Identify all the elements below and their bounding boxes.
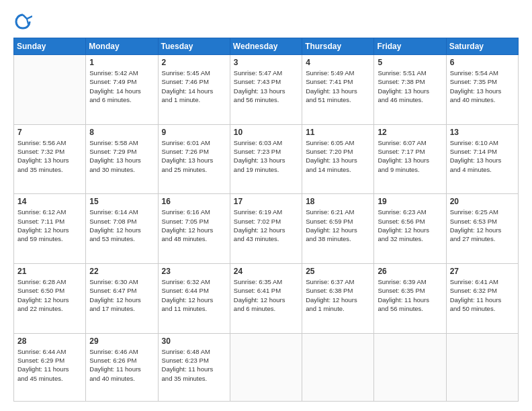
calendar-cell: 16Sunrise: 6:16 AM Sunset: 7:05 PM Dayli… xyxy=(158,194,230,264)
calendar-cell: 20Sunrise: 6:25 AM Sunset: 6:53 PM Dayli… xyxy=(446,194,518,264)
day-info: Sunrise: 6:48 AM Sunset: 6:23 PM Dayligh… xyxy=(162,347,226,383)
calendar-cell: 1Sunrise: 5:42 AM Sunset: 7:49 PM Daylig… xyxy=(86,55,158,125)
day-number: 5 xyxy=(378,58,442,67)
day-info: Sunrise: 6:32 AM Sunset: 6:44 PM Dayligh… xyxy=(162,277,226,313)
calendar-cell: 10Sunrise: 6:03 AM Sunset: 7:23 PM Dayli… xyxy=(230,124,302,194)
calendar-cell xyxy=(230,333,302,401)
day-info: Sunrise: 6:23 AM Sunset: 6:56 PM Dayligh… xyxy=(378,208,442,243)
day-info: Sunrise: 6:16 AM Sunset: 7:05 PM Dayligh… xyxy=(162,208,226,243)
day-number: 7 xyxy=(17,128,82,137)
calendar-cell: 8Sunrise: 5:58 AM Sunset: 7:29 PM Daylig… xyxy=(86,124,158,194)
day-info: Sunrise: 6:12 AM Sunset: 7:11 PM Dayligh… xyxy=(17,208,82,243)
day-number: 29 xyxy=(89,336,154,346)
day-info: Sunrise: 6:14 AM Sunset: 7:08 PM Dayligh… xyxy=(89,208,154,243)
calendar-cell: 15Sunrise: 6:14 AM Sunset: 7:08 PM Dayli… xyxy=(86,194,158,264)
calendar-cell: 9Sunrise: 6:01 AM Sunset: 7:26 PM Daylig… xyxy=(158,124,230,194)
calendar-cell: 12Sunrise: 6:07 AM Sunset: 7:17 PM Dayli… xyxy=(374,124,446,194)
day-number: 8 xyxy=(89,128,154,137)
logo-icon xyxy=(13,12,32,31)
day-number: 17 xyxy=(234,197,298,206)
day-number: 4 xyxy=(306,58,370,67)
day-info: Sunrise: 6:46 AM Sunset: 6:26 PM Dayligh… xyxy=(89,347,154,383)
day-info: Sunrise: 6:35 AM Sunset: 6:41 PM Dayligh… xyxy=(234,277,298,313)
day-number: 25 xyxy=(306,267,370,276)
day-number: 27 xyxy=(450,267,515,276)
day-info: Sunrise: 5:56 AM Sunset: 7:32 PM Dayligh… xyxy=(17,138,82,174)
calendar-cell: 24Sunrise: 6:35 AM Sunset: 6:41 PM Dayli… xyxy=(230,263,302,333)
calendar-cell xyxy=(374,333,446,401)
day-info: Sunrise: 5:58 AM Sunset: 7:29 PM Dayligh… xyxy=(89,138,154,174)
calendar-cell: 11Sunrise: 6:05 AM Sunset: 7:20 PM Dayli… xyxy=(302,124,374,194)
day-info: Sunrise: 6:25 AM Sunset: 6:53 PM Dayligh… xyxy=(450,208,515,243)
day-info: Sunrise: 5:45 AM Sunset: 7:46 PM Dayligh… xyxy=(162,68,226,104)
calendar-cell: 30Sunrise: 6:48 AM Sunset: 6:23 PM Dayli… xyxy=(158,333,230,401)
calendar-cell: 14Sunrise: 6:12 AM Sunset: 7:11 PM Dayli… xyxy=(14,194,86,264)
day-number: 16 xyxy=(162,197,226,206)
day-number: 12 xyxy=(378,128,442,137)
day-number: 15 xyxy=(89,197,154,206)
day-number: 10 xyxy=(234,128,298,137)
calendar-cell: 17Sunrise: 6:19 AM Sunset: 7:02 PM Dayli… xyxy=(230,194,302,264)
day-number: 23 xyxy=(162,267,226,276)
day-info: Sunrise: 6:05 AM Sunset: 7:20 PM Dayligh… xyxy=(306,138,370,174)
calendar-cell: 26Sunrise: 6:39 AM Sunset: 6:35 PM Dayli… xyxy=(374,263,446,333)
logo xyxy=(13,12,35,31)
calendar-cell: 5Sunrise: 5:51 AM Sunset: 7:38 PM Daylig… xyxy=(374,55,446,125)
calendar-cell: 18Sunrise: 6:21 AM Sunset: 6:59 PM Dayli… xyxy=(302,194,374,264)
day-number: 6 xyxy=(450,58,515,67)
day-number: 22 xyxy=(89,267,154,276)
day-info: Sunrise: 6:41 AM Sunset: 6:32 PM Dayligh… xyxy=(450,277,515,313)
calendar-week-3: 14Sunrise: 6:12 AM Sunset: 7:11 PM Dayli… xyxy=(14,194,519,264)
calendar-header-saturday: Saturday xyxy=(446,38,518,55)
page-header xyxy=(13,12,519,31)
day-info: Sunrise: 6:03 AM Sunset: 7:23 PM Dayligh… xyxy=(234,138,298,174)
calendar-cell xyxy=(446,333,518,401)
day-info: Sunrise: 6:37 AM Sunset: 6:38 PM Dayligh… xyxy=(306,277,370,313)
calendar-header-monday: Monday xyxy=(86,38,158,55)
calendar-cell: 19Sunrise: 6:23 AM Sunset: 6:56 PM Dayli… xyxy=(374,194,446,264)
day-number: 21 xyxy=(17,267,82,276)
day-number: 9 xyxy=(162,128,226,137)
day-number: 2 xyxy=(162,58,226,67)
day-info: Sunrise: 6:39 AM Sunset: 6:35 PM Dayligh… xyxy=(378,277,442,313)
calendar-page: SundayMondayTuesdayWednesdayThursdayFrid… xyxy=(0,0,532,411)
calendar-header-sunday: Sunday xyxy=(14,38,86,55)
day-info: Sunrise: 5:49 AM Sunset: 7:41 PM Dayligh… xyxy=(306,68,370,104)
calendar-cell: 3Sunrise: 5:47 AM Sunset: 7:43 PM Daylig… xyxy=(230,55,302,125)
day-info: Sunrise: 6:30 AM Sunset: 6:47 PM Dayligh… xyxy=(89,277,154,313)
calendar-cell: 27Sunrise: 6:41 AM Sunset: 6:32 PM Dayli… xyxy=(446,263,518,333)
day-number: 1 xyxy=(89,58,154,67)
day-number: 13 xyxy=(450,128,515,137)
calendar-header-tuesday: Tuesday xyxy=(158,38,230,55)
day-info: Sunrise: 6:07 AM Sunset: 7:17 PM Dayligh… xyxy=(378,138,442,174)
calendar-cell: 13Sunrise: 6:10 AM Sunset: 7:14 PM Dayli… xyxy=(446,124,518,194)
day-number: 19 xyxy=(378,197,442,206)
day-info: Sunrise: 6:28 AM Sunset: 6:50 PM Dayligh… xyxy=(17,277,82,313)
calendar-week-1: 1Sunrise: 5:42 AM Sunset: 7:49 PM Daylig… xyxy=(14,55,519,125)
calendar-cell xyxy=(14,55,86,125)
day-info: Sunrise: 5:54 AM Sunset: 7:35 PM Dayligh… xyxy=(450,68,515,104)
calendar-cell: 4Sunrise: 5:49 AM Sunset: 7:41 PM Daylig… xyxy=(302,55,374,125)
day-info: Sunrise: 6:21 AM Sunset: 6:59 PM Dayligh… xyxy=(306,208,370,243)
day-info: Sunrise: 5:51 AM Sunset: 7:38 PM Dayligh… xyxy=(378,68,442,104)
day-info: Sunrise: 6:44 AM Sunset: 6:29 PM Dayligh… xyxy=(17,347,82,383)
day-number: 18 xyxy=(306,197,370,206)
day-number: 3 xyxy=(234,58,298,67)
day-number: 26 xyxy=(378,267,442,276)
calendar-header-row: SundayMondayTuesdayWednesdayThursdayFrid… xyxy=(14,38,519,55)
calendar-cell: 7Sunrise: 5:56 AM Sunset: 7:32 PM Daylig… xyxy=(14,124,86,194)
calendar-cell: 29Sunrise: 6:46 AM Sunset: 6:26 PM Dayli… xyxy=(86,333,158,401)
calendar-cell: 6Sunrise: 5:54 AM Sunset: 7:35 PM Daylig… xyxy=(446,55,518,125)
day-info: Sunrise: 6:10 AM Sunset: 7:14 PM Dayligh… xyxy=(450,138,515,174)
calendar-week-4: 21Sunrise: 6:28 AM Sunset: 6:50 PM Dayli… xyxy=(14,263,519,333)
day-info: Sunrise: 6:19 AM Sunset: 7:02 PM Dayligh… xyxy=(234,208,298,243)
day-number: 28 xyxy=(17,336,82,346)
calendar-cell: 22Sunrise: 6:30 AM Sunset: 6:47 PM Dayli… xyxy=(86,263,158,333)
calendar-week-5: 28Sunrise: 6:44 AM Sunset: 6:29 PM Dayli… xyxy=(14,333,519,401)
day-info: Sunrise: 5:42 AM Sunset: 7:49 PM Dayligh… xyxy=(89,68,154,104)
day-number: 11 xyxy=(306,128,370,137)
calendar-cell: 25Sunrise: 6:37 AM Sunset: 6:38 PM Dayli… xyxy=(302,263,374,333)
day-info: Sunrise: 6:01 AM Sunset: 7:26 PM Dayligh… xyxy=(162,138,226,174)
calendar-cell: 21Sunrise: 6:28 AM Sunset: 6:50 PM Dayli… xyxy=(14,263,86,333)
calendar-table: SundayMondayTuesdayWednesdayThursdayFrid… xyxy=(13,38,519,402)
